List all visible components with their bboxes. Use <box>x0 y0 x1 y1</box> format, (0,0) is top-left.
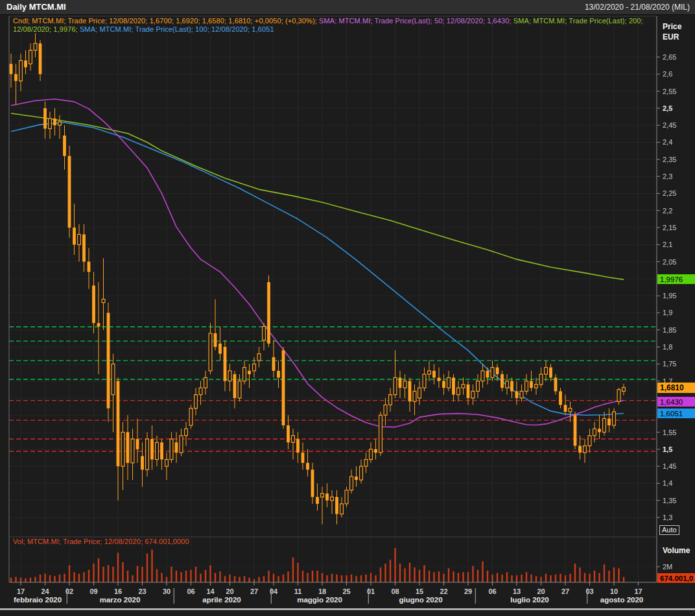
candle-body[interactable] <box>593 429 596 436</box>
candle-body[interactable] <box>107 313 110 408</box>
candle-body[interactable] <box>218 344 222 354</box>
candle-body[interactable] <box>554 377 558 391</box>
candle-body[interactable] <box>194 395 198 409</box>
candle-body[interactable] <box>248 371 251 374</box>
candle-body[interactable] <box>63 136 66 156</box>
candle-body[interactable] <box>559 391 562 405</box>
candle-body[interactable] <box>24 60 27 67</box>
candle-body[interactable] <box>399 377 402 388</box>
candle-body[interactable] <box>296 439 300 453</box>
sma200-line[interactable] <box>11 113 624 279</box>
candle-body[interactable] <box>311 469 314 497</box>
candle-body[interactable] <box>150 439 154 460</box>
candle-body[interactable] <box>603 418 606 432</box>
candle-body[interactable] <box>209 333 212 371</box>
candle-body[interactable] <box>19 60 23 81</box>
candle-body[interactable] <box>423 374 426 388</box>
candle-body[interactable] <box>253 364 256 371</box>
candle-body[interactable] <box>121 432 124 467</box>
candle-body[interactable] <box>146 439 149 469</box>
candle-body[interactable] <box>267 282 270 344</box>
candle-body[interactable] <box>58 122 62 125</box>
candle-body[interactable] <box>622 388 626 392</box>
candle-body[interactable] <box>180 436 183 453</box>
candle-body[interactable] <box>515 391 519 398</box>
candle-body[interactable] <box>471 391 475 398</box>
chart-canvas[interactable]: 2,652,62,552,52,452,42,352,32,252,22,152… <box>0 0 695 616</box>
candle-body[interactable] <box>189 409 193 425</box>
candle-body[interactable] <box>574 415 577 445</box>
candle-body[interactable] <box>29 50 32 64</box>
candle-body[interactable] <box>292 436 295 443</box>
candle-body[interactable] <box>316 497 319 504</box>
candle-body[interactable] <box>496 368 499 375</box>
candle-body[interactable] <box>389 395 392 405</box>
candle-body[interactable] <box>88 262 91 272</box>
candle-body[interactable] <box>204 377 207 388</box>
candle-body[interactable] <box>525 381 528 392</box>
candle-body[interactable] <box>428 371 431 374</box>
candle-body[interactable] <box>53 119 56 126</box>
candle-body[interactable] <box>102 299 105 302</box>
candle-body[interactable] <box>224 347 227 381</box>
candle-body[interactable] <box>321 493 324 497</box>
candle-body[interactable] <box>418 388 421 398</box>
auto-scale-button[interactable]: Auto <box>659 525 679 535</box>
candle-body[interactable] <box>578 446 582 453</box>
candle-body[interactable] <box>306 463 309 470</box>
candle-body[interactable] <box>233 374 237 398</box>
candle-body[interactable] <box>506 381 509 388</box>
candle-body[interactable] <box>185 429 188 436</box>
candle-body[interactable] <box>199 388 202 395</box>
candle-body[interactable] <box>345 490 348 504</box>
candle-body[interactable] <box>457 388 460 395</box>
candle-body[interactable] <box>68 156 71 228</box>
candle-body[interactable] <box>325 493 329 501</box>
candle-body[interactable] <box>501 374 504 388</box>
candle-body[interactable] <box>447 377 451 388</box>
candle-body[interactable] <box>112 364 115 394</box>
candle-body[interactable] <box>481 371 484 381</box>
candle-body[interactable] <box>82 234 86 261</box>
candle-body[interactable] <box>238 381 241 398</box>
candle-body[interactable] <box>136 439 139 449</box>
candle-body[interactable] <box>564 405 567 412</box>
candle-body[interactable] <box>126 432 130 463</box>
candle-body[interactable] <box>73 228 76 244</box>
candle-body[interactable] <box>384 405 387 415</box>
candle-body[interactable] <box>452 377 455 394</box>
candle-body[interactable] <box>287 425 290 442</box>
candle-body[interactable] <box>607 418 611 425</box>
candle-body[interactable] <box>477 381 480 392</box>
candle-body[interactable] <box>78 234 81 244</box>
candle-body[interactable] <box>588 436 591 446</box>
candle-body[interactable] <box>14 74 18 81</box>
candle-body[interactable] <box>462 385 465 388</box>
candle-body[interactable] <box>175 442 178 453</box>
candle-body[interactable] <box>43 108 47 129</box>
candle-body[interactable] <box>160 442 163 459</box>
candle-body[interactable] <box>442 381 445 388</box>
candle-body[interactable] <box>530 381 533 388</box>
sma100-line[interactable] <box>11 123 624 415</box>
candle-body[interactable] <box>539 374 543 385</box>
candle-body[interactable] <box>617 390 620 401</box>
candle-body[interactable] <box>350 477 353 490</box>
candle-body[interactable] <box>277 371 280 378</box>
candle-body[interactable] <box>379 415 383 453</box>
candle-body[interactable] <box>413 391 416 401</box>
candle-body[interactable] <box>535 385 538 388</box>
candle-body[interactable] <box>10 64 13 75</box>
candle-body[interactable] <box>545 368 548 375</box>
candle-body[interactable] <box>340 504 344 514</box>
candle-body[interactable] <box>228 371 231 381</box>
candle-body[interactable] <box>374 449 377 453</box>
candle-body[interactable] <box>403 381 406 388</box>
candle-body[interactable] <box>272 357 276 371</box>
candle-body[interactable] <box>569 409 572 412</box>
candle-body[interactable] <box>282 350 285 425</box>
horizontal-scrollbar[interactable] <box>0 608 695 610</box>
candle-body[interactable] <box>131 439 134 463</box>
candle-body[interactable] <box>360 466 363 480</box>
candle-body[interactable] <box>92 285 95 323</box>
